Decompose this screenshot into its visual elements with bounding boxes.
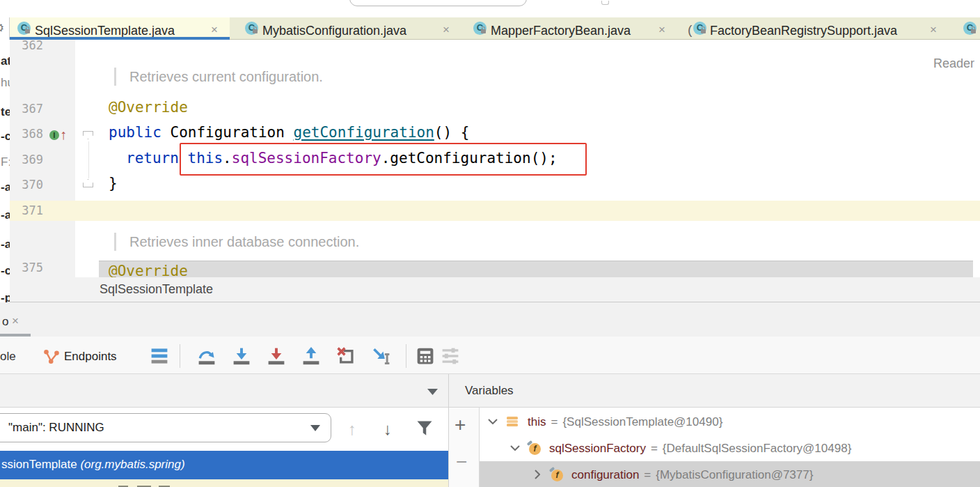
readonly-lock-icon — [253, 29, 258, 33]
clipped-gear-icon: ⚙ — [0, 21, 4, 36]
doc-comment-bar — [114, 233, 116, 251]
readonly-lock-icon — [481, 29, 486, 33]
doc-comment-bar — [114, 68, 116, 86]
chevron-down-icon[interactable] — [488, 419, 498, 424]
tab-label[interactable]: SqlSessionTemplate.java — [35, 24, 175, 37]
code-line-367[interactable]: @Override — [109, 100, 188, 115]
tab-close-icon[interactable]: × — [443, 24, 450, 36]
java-class-icon: C — [473, 22, 487, 35]
equals-sign: = — [551, 415, 558, 428]
toolwindow-tab[interactable]: o — [2, 316, 8, 327]
frame-package: (org.mybatis.spring) — [80, 458, 184, 471]
variable-value: {DefaultSqlSessionFactory@10498} — [663, 442, 851, 455]
variable-value: {SqlSessionTemplate@10490} — [562, 415, 722, 428]
overrides-method-gutter-icon[interactable]: ↑ — [60, 127, 67, 141]
tab-label[interactable]: FactoryBeanRegistrySupport.java — [710, 24, 897, 37]
step-over-icon[interactable] — [198, 347, 216, 365]
keyword-return: return — [126, 150, 188, 167]
clipped-left-panel: at hu te -cl F:\ -a -a -a -c -p — [0, 40, 10, 302]
readonly-lock-icon — [701, 29, 706, 33]
variables-panel-title[interactable]: Variables — [465, 385, 514, 396]
tree-item-fragment: -a — [1, 238, 10, 250]
combobox-arrow-icon[interactable] — [310, 425, 320, 431]
java-class-icon: C — [963, 22, 977, 35]
doc-comment: Retrieves inner database connection. — [129, 235, 359, 249]
readonly-lock-icon — [25, 29, 30, 33]
java-class-icon: C — [693, 22, 706, 35]
debug-toolbar — [0, 337, 980, 374]
tab-close-icon[interactable]: × — [658, 24, 665, 36]
tab-label[interactable]: MybatisConfiguration.java — [262, 24, 406, 37]
line-number: 370 — [10, 179, 43, 191]
chevron-down-icon[interactable] — [427, 389, 438, 395]
line-number: 369 — [10, 154, 43, 166]
show-execution-point-icon[interactable] — [150, 347, 168, 365]
variable-name: configuration — [571, 468, 639, 481]
line-number: 368 — [10, 128, 43, 140]
selected-stack-frame[interactable]: ssionTemplate (org.mybatis.spring) — [0, 451, 448, 479]
run-to-cursor-icon[interactable] — [372, 347, 390, 365]
toolwindow-tab-close-icon[interactable]: × — [12, 315, 19, 327]
chevron-down-icon[interactable] — [510, 445, 520, 451]
tab-close-icon[interactable]: × — [211, 24, 218, 36]
step-out-icon[interactable] — [302, 347, 320, 365]
drop-frame-icon[interactable] — [337, 347, 355, 365]
frame-down-icon[interactable]: ↓ — [384, 421, 392, 438]
filter-funnel-icon[interactable] — [416, 420, 433, 437]
thread-selector-value[interactable]: "main": RUNNING — [8, 422, 104, 433]
add-watch-button[interactable]: + — [455, 415, 466, 435]
variable-value: {MybatisConfiguration@7377} — [656, 468, 813, 481]
red-highlight-annotation — [180, 143, 587, 176]
paren-decoration: ( — [688, 23, 692, 36]
toolwindow-tab-strip — [0, 302, 980, 337]
clipped-code-band: @Override — [99, 261, 973, 277]
variable-row[interactable]: configuration={MybatisConfiguration@7377… — [571, 469, 813, 481]
toolbar-separator — [180, 344, 180, 368]
tab-label[interactable]: MapperFactoryBean.java — [491, 24, 631, 37]
tree-item-fragment: -c — [1, 265, 10, 277]
frame-up-icon[interactable]: ↑ — [348, 421, 356, 438]
tree-item-fragment: at — [1, 55, 10, 67]
code-line-375: @Override — [109, 264, 188, 277]
equals-sign: = — [651, 442, 658, 455]
chevron-right-icon[interactable] — [535, 470, 540, 479]
tab-close-icon[interactable]: × — [930, 24, 937, 36]
java-class-icon: C — [17, 22, 31, 35]
run-widget-fragment[interactable] — [349, 0, 527, 6]
code-line-368[interactable]: public Configuration getConfiguration() … — [109, 125, 469, 140]
fold-guide-line — [88, 141, 89, 178]
endpoints-tab-label[interactable]: Endpoints — [64, 350, 117, 362]
tree-item-fragment: -a — [1, 209, 10, 221]
reader-mode-label[interactable]: Reader — [933, 57, 974, 70]
this-variable-icon — [507, 417, 518, 427]
frame-class: ssionTemplate — [1, 458, 80, 471]
implements-method-gutter-icon[interactable]: I — [49, 130, 59, 140]
toolbar-separator — [406, 344, 406, 368]
line-number: 371 — [10, 205, 43, 217]
tree-item-fragment: F:\ — [1, 156, 10, 168]
variable-name: this — [528, 415, 546, 428]
force-step-into-icon[interactable] — [267, 347, 285, 365]
variable-row[interactable]: this={SqlSessionTemplate@10490} — [528, 416, 722, 428]
step-into-icon[interactable] — [232, 347, 251, 365]
line-number: 362 — [10, 40, 43, 52]
tree-item-fragment: -a — [1, 181, 10, 193]
code-line-370[interactable]: } — [109, 176, 118, 191]
field-icon: f — [551, 470, 563, 481]
doc-comment: Retrieves current configuration. — [129, 70, 323, 84]
variable-row[interactable]: sqlSessionFactory={DefaultSqlSessionFact… — [549, 442, 851, 454]
current-line-highlight — [10, 201, 980, 221]
readonly-lock-icon — [971, 29, 976, 33]
console-tab-fragment[interactable]: ole — [0, 350, 16, 362]
field-icon: f — [529, 443, 541, 455]
remove-watch-button[interactable]: − — [456, 452, 467, 472]
sticky-class-label[interactable]: SqlSessionTemplate — [100, 283, 213, 295]
tree-item-fragment: -cl — [1, 130, 10, 142]
evaluate-expression-icon[interactable] — [416, 347, 434, 365]
tabbar-left-gap: ⚙ — [0, 17, 10, 40]
endpoints-icon[interactable] — [43, 348, 60, 365]
next-stack-frame-clipped[interactable] — [0, 479, 448, 487]
layout-settings-icon[interactable] — [441, 347, 459, 365]
variable-name: sqlSessionFactory — [549, 442, 646, 455]
java-class-icon: C — [245, 22, 258, 35]
